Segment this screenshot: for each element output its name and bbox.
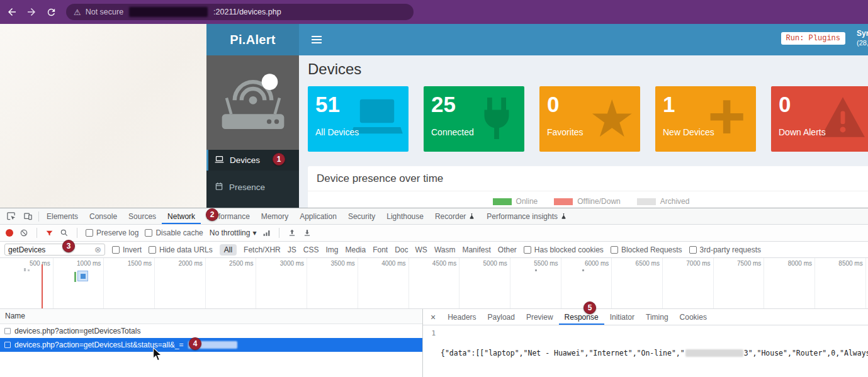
brand-logo[interactable]: Pi.Alert bbox=[206, 24, 299, 55]
invert-checkbox[interactable]: Invert bbox=[112, 245, 142, 254]
router-logo-image bbox=[206, 55, 299, 150]
legend-offline-down[interactable]: Offline/Down bbox=[554, 197, 620, 206]
checkbox bbox=[689, 246, 697, 254]
import-har-icon[interactable] bbox=[288, 228, 296, 237]
filter-type-doc[interactable]: Doc bbox=[395, 245, 408, 254]
tab-payload[interactable]: Payload bbox=[482, 309, 521, 325]
card-label: Down Alerts bbox=[779, 127, 864, 137]
clear-button[interactable] bbox=[20, 228, 28, 237]
search-icon[interactable] bbox=[60, 228, 69, 237]
filter-type-font[interactable]: Font bbox=[373, 245, 388, 254]
tab-elements[interactable]: Elements bbox=[41, 208, 84, 224]
legend-archived[interactable]: Archived bbox=[637, 197, 690, 206]
tab-console[interactable]: Console bbox=[84, 208, 123, 224]
tab-response[interactable]: Response bbox=[559, 309, 604, 325]
has-blocked-cookies-checkbox[interactable]: Has blocked cookies bbox=[524, 245, 604, 254]
timeline-label: 8500 ms bbox=[815, 258, 866, 308]
disable-cache-checkbox[interactable]: Disable cache bbox=[145, 228, 203, 237]
card-new-devices[interactable]: 1 + New Devices bbox=[655, 86, 756, 152]
filter-type-wasm[interactable]: Wasm bbox=[434, 245, 456, 254]
request-details-pane: × Headers Payload Preview Response Initi… bbox=[423, 309, 868, 377]
divider bbox=[37, 228, 37, 238]
response-json-line: {"data":[["laptop","Net - Huawei","Inter… bbox=[441, 329, 868, 377]
throttling-dropdown[interactable]: No throttling ▾ bbox=[210, 228, 257, 237]
filter-type-img[interactable]: Img bbox=[325, 245, 338, 254]
refresh-icon[interactable] bbox=[45, 6, 57, 18]
card-label: New Devices bbox=[663, 127, 748, 137]
hide-data-urls-checkbox[interactable]: Hide data URLs bbox=[149, 245, 213, 254]
card-all-devices[interactable]: 51 All Devices bbox=[308, 86, 409, 152]
third-party-requests-checkbox[interactable]: 3rd-party requests bbox=[689, 245, 761, 254]
run-plugins-button[interactable]: Run: Plugins bbox=[781, 32, 845, 45]
request-name-header[interactable]: Name bbox=[0, 309, 422, 324]
tab-performance-insights[interactable]: Performance insights bbox=[481, 208, 573, 224]
divider bbox=[279, 228, 279, 238]
filter-type-other[interactable]: Other bbox=[498, 245, 517, 254]
timeline-selected-request-mark bbox=[81, 274, 86, 279]
response-body[interactable]: 1 {"data":[["laptop","Net - Huawei","Int… bbox=[423, 325, 868, 377]
hamburger-icon[interactable] bbox=[312, 39, 322, 40]
forward-icon[interactable] bbox=[26, 6, 37, 18]
filter-type-css[interactable]: CSS bbox=[303, 245, 319, 254]
address-bar[interactable]: ⚠ Not secure :20211/devices.php bbox=[66, 4, 414, 20]
close-icon[interactable]: × bbox=[424, 309, 442, 325]
tab-application[interactable]: Application bbox=[294, 208, 342, 224]
legend-online[interactable]: Online bbox=[493, 197, 538, 206]
blocked-requests-checkbox[interactable]: Blocked Requests bbox=[611, 245, 682, 254]
tab-network[interactable]: Network bbox=[162, 208, 201, 224]
filter-toggle-icon[interactable] bbox=[45, 229, 54, 237]
sidebar: Pi.Alert Devices bbox=[206, 24, 299, 208]
request-row-selected[interactable]: devices.php?action=getDevicesList&status… bbox=[0, 338, 422, 352]
tab-preview[interactable]: Preview bbox=[521, 309, 559, 325]
request-type-checkbox bbox=[4, 342, 11, 348]
card-down-alerts[interactable]: 0 Down Alerts bbox=[771, 86, 868, 152]
clear-filter-icon[interactable]: ⊗ bbox=[94, 245, 101, 254]
record-button[interactable] bbox=[6, 229, 13, 237]
filter-type-media[interactable]: Media bbox=[345, 245, 366, 254]
timeline-label: 7000 ms bbox=[663, 258, 714, 308]
flask-icon bbox=[560, 213, 567, 220]
filter-type-ws[interactable]: WS bbox=[415, 245, 427, 254]
export-har-icon[interactable] bbox=[303, 228, 312, 237]
annotation-badge-5: 5 bbox=[583, 301, 596, 314]
request-row[interactable]: devices.php?action=getDevicesTotals bbox=[0, 324, 422, 338]
tab-timing[interactable]: Timing bbox=[640, 309, 674, 325]
filter-type-js[interactable]: JS bbox=[288, 245, 296, 254]
tab-lighthouse[interactable]: Lighthouse bbox=[381, 208, 429, 224]
sidebar-item-devices[interactable]: Devices bbox=[206, 150, 299, 171]
timeline-label: 7500 ms bbox=[714, 258, 765, 308]
tab-recorder[interactable]: Recorder bbox=[429, 208, 481, 224]
tab-security[interactable]: Security bbox=[342, 208, 381, 224]
user-info-line2: (28, bbox=[857, 38, 868, 48]
preserve-log-checkbox[interactable]: Preserve log bbox=[86, 228, 138, 237]
network-overview-timeline[interactable]: 500 ms 1000 ms 1500 ms 2000 ms 2500 ms 3… bbox=[0, 258, 868, 309]
tab-headers[interactable]: Headers bbox=[442, 309, 482, 325]
filter-type-all[interactable]: All bbox=[220, 244, 237, 256]
app-topbar: Run: Plugins Sym (28, bbox=[299, 24, 868, 55]
sidebar-item-presence[interactable]: Presence bbox=[206, 177, 299, 198]
device-toolbar-icon[interactable] bbox=[20, 208, 37, 224]
tab-sources[interactable]: Sources bbox=[123, 208, 162, 224]
inspect-element-icon[interactable] bbox=[3, 208, 20, 224]
legend-label: Archived bbox=[660, 197, 690, 206]
timeline-label: 500 ms bbox=[3, 258, 54, 308]
tab-label: Recorder bbox=[435, 212, 466, 221]
user-info: Sym (28, bbox=[857, 29, 868, 48]
sidebar-item-label: Presence bbox=[229, 183, 265, 192]
timeline-label: 1000 ms bbox=[54, 258, 104, 308]
filter-type-fetch-xhr[interactable]: Fetch/XHR bbox=[244, 245, 281, 254]
network-conditions-icon[interactable] bbox=[262, 229, 271, 237]
network-filter-input[interactable]: getDevices ⊗ bbox=[4, 244, 105, 256]
timeline-label: 1500 ms bbox=[104, 258, 155, 308]
panel-title: Device presence over time bbox=[308, 166, 868, 191]
tab-memory[interactable]: Memory bbox=[256, 208, 294, 224]
card-connected[interactable]: 25 Connected bbox=[424, 86, 524, 152]
back-icon[interactable] bbox=[6, 6, 18, 18]
tab-cookies[interactable]: Cookies bbox=[674, 309, 713, 325]
tab-initiator[interactable]: Initiator bbox=[604, 309, 640, 325]
card-favorites[interactable]: 0 ★ Favorites bbox=[539, 86, 640, 152]
checkbox bbox=[524, 246, 531, 254]
timeline-label: 3500 ms bbox=[307, 258, 358, 308]
filter-type-manifest[interactable]: Manifest bbox=[462, 245, 490, 254]
chart-legend: Online Offline/Down Archived bbox=[308, 191, 868, 208]
